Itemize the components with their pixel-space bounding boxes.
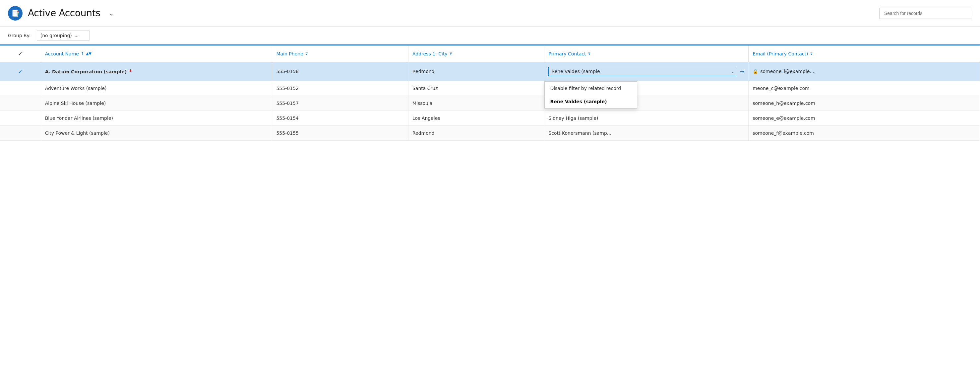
col-city-filter-icon[interactable]: ⊽ xyxy=(450,51,452,56)
group-by-value: (no grouping) xyxy=(40,33,72,38)
col-email-filter-icon[interactable]: ⊽ xyxy=(810,51,813,56)
row-1-required-star: * xyxy=(129,69,132,75)
title-chevron-icon[interactable]: ⌄ xyxy=(108,9,114,17)
contact-arrow-icon-1[interactable]: → xyxy=(740,69,744,75)
table-row[interactable]: Blue Yonder Airlines (sample) 555-0154 L… xyxy=(0,111,980,126)
col-main-phone-filter-icon[interactable]: ⊽ xyxy=(305,51,308,56)
table-row[interactable]: Adventure Works (sample) 555-0152 Santa … xyxy=(0,81,980,96)
col-account-name-sort-icon[interactable]: ↑ xyxy=(81,51,84,56)
row-1-name-text: A. Datum Corporation (sample) xyxy=(45,69,127,74)
contact-input-box-1[interactable]: Rene Valdes (sample ⌄ xyxy=(548,67,737,76)
lock-icon-1: 🔒 xyxy=(752,69,758,74)
col-header-main-phone: Main Phone ⊽ xyxy=(272,45,408,62)
col-account-name-label: Account Name xyxy=(45,51,79,56)
col-email-label: Email (Primary Contact) xyxy=(752,51,808,56)
row-2-account-name[interactable]: Adventure Works (sample) xyxy=(41,81,272,96)
contact-dropdown: Disable filter by related record Rene Va… xyxy=(544,81,637,109)
app-icon: 📑 xyxy=(8,6,22,21)
row-4-phone: 555-0154 xyxy=(272,111,408,126)
table-row[interactable]: City Power & Light (sample) 555-0155 Red… xyxy=(0,126,980,141)
header-left: 📑 Active Accounts ⌄ xyxy=(8,6,114,21)
row-2-city: Santa Cruz xyxy=(408,81,544,96)
row-5-phone: 555-0155 xyxy=(272,126,408,141)
row-2-phone: 555-0152 xyxy=(272,81,408,96)
row-1-phone-text: 555-0158 xyxy=(276,69,298,74)
group-by-chevron-icon: ⌄ xyxy=(75,33,79,38)
col-header-email: Email (Primary Contact) ⊽ xyxy=(749,45,980,62)
row-1-city-text: Redmond xyxy=(412,69,434,74)
row-5-name-text: City Power & Light (sample) xyxy=(45,131,110,136)
email-cell-1: 🔒 someone_i@example.... xyxy=(752,69,976,74)
row-4-city: Los Angeles xyxy=(408,111,544,126)
row-4-email-text: someone_e@example.com xyxy=(752,115,815,121)
row-3-account-name[interactable]: Alpine Ski House (sample) xyxy=(41,96,272,111)
search-input[interactable] xyxy=(879,8,972,19)
row-3-phone-text: 555-0157 xyxy=(276,101,298,106)
row-4-city-text: Los Angeles xyxy=(412,115,440,121)
row-2-phone-text: 555-0152 xyxy=(276,86,298,91)
col-header-city: Address 1: City ⊽ xyxy=(408,45,544,62)
row-1-city: Redmond xyxy=(408,62,544,81)
row-check-1[interactable]: ✓ xyxy=(0,62,41,81)
table-row[interactable]: Alpine Ski House (sample) 555-0157 Misso… xyxy=(0,96,980,111)
row-3-city: Missoula xyxy=(408,96,544,111)
row-1-account-name[interactable]: A. Datum Corporation (sample) * xyxy=(41,62,272,81)
row-3-city-text: Missoula xyxy=(412,101,432,106)
row-5-city: Redmond xyxy=(408,126,544,141)
col-main-phone-label: Main Phone xyxy=(276,51,303,56)
row-4-account-name[interactable]: Blue Yonder Airlines (sample) xyxy=(41,111,272,126)
row-3-email: someone_h@example.com xyxy=(749,96,980,111)
col-primary-contact-label: Primary Contact xyxy=(548,51,586,56)
row-check-3[interactable] xyxy=(0,96,41,111)
col-header-account-name: Account Name ↑ ▲▼ xyxy=(41,45,272,62)
row-3-email-text: someone_h@example.com xyxy=(752,101,815,106)
row-4-name-text: Blue Yonder Airlines (sample) xyxy=(45,115,113,121)
col-primary-contact-filter-icon[interactable]: ⊽ xyxy=(588,51,590,56)
row-5-contact: Scott Konersmann (samp... xyxy=(544,126,749,141)
table-header-row: ✓ Account Name ↑ ▲▼ Main Phone ⊽ xyxy=(0,45,980,62)
row-1-email-text: someone_i@example.... xyxy=(760,69,816,74)
row-2-email: meone_c@example.com xyxy=(749,81,980,96)
row-check-2[interactable] xyxy=(0,81,41,96)
dropdown-item-rene-valdes[interactable]: Rene Valdes (sample) xyxy=(545,95,637,108)
accounts-table: ✓ Account Name ↑ ▲▼ Main Phone ⊽ xyxy=(0,45,980,141)
row-1-checkmark: ✓ xyxy=(18,68,23,75)
col-account-name-filter-icon[interactable]: ▲▼ xyxy=(86,51,92,56)
row-5-city-text: Redmond xyxy=(412,131,434,136)
app-icon-symbol: 📑 xyxy=(11,9,19,17)
row-5-contact-text: Scott Konersmann (samp... xyxy=(548,131,611,136)
row-3-name-text: Alpine Ski House (sample) xyxy=(45,101,106,106)
contact-cell-1[interactable]: Rene Valdes (sample ⌄ → xyxy=(548,67,744,76)
row-5-account-name[interactable]: City Power & Light (sample) xyxy=(41,126,272,141)
dropdown-item-disable-filter[interactable]: Disable filter by related record xyxy=(545,81,637,95)
group-by-label: Group By: xyxy=(8,33,31,38)
row-4-contact: Sidney Higa (sample) xyxy=(544,111,749,126)
select-all-checkbox[interactable]: ✓ xyxy=(18,50,23,57)
table-body: ✓ A. Datum Corporation (sample) * 555-01… xyxy=(0,62,980,141)
row-1-phone: 555-0158 xyxy=(272,62,408,81)
contact-input-text-1: Rene Valdes (sample xyxy=(551,69,730,74)
row-4-phone-text: 555-0154 xyxy=(276,115,298,121)
row-1-email: 🔒 someone_i@example.... xyxy=(749,62,980,81)
row-check-5[interactable] xyxy=(0,126,41,141)
row-2-name-text: Adventure Works (sample) xyxy=(45,86,107,91)
contact-chevron-icon-1[interactable]: ⌄ xyxy=(731,69,734,74)
row-2-city-text: Santa Cruz xyxy=(412,86,438,91)
row-5-email-text: someone_f@example.com xyxy=(752,131,814,136)
row-4-email: someone_e@example.com xyxy=(749,111,980,126)
app-header: 📑 Active Accounts ⌄ xyxy=(0,0,980,27)
col-header-check[interactable]: ✓ xyxy=(0,45,41,62)
col-city-label: Address 1: City xyxy=(412,51,447,56)
row-2-email-text: meone_c@example.com xyxy=(752,86,810,91)
row-4-contact-text: Sidney Higa (sample) xyxy=(548,115,598,121)
col-header-primary-contact: Primary Contact ⊽ xyxy=(544,45,749,62)
row-5-email: someone_f@example.com xyxy=(749,126,980,141)
group-by-select[interactable]: (no grouping) ⌄ xyxy=(37,30,90,40)
row-3-phone: 555-0157 xyxy=(272,96,408,111)
row-5-phone-text: 555-0155 xyxy=(276,131,298,136)
page-title: Active Accounts xyxy=(28,8,100,19)
accounts-table-container: ✓ Account Name ↑ ▲▼ Main Phone ⊽ xyxy=(0,45,980,141)
row-1-contact[interactable]: Rene Valdes (sample ⌄ → Disable filter b… xyxy=(544,62,749,81)
table-row[interactable]: ✓ A. Datum Corporation (sample) * 555-01… xyxy=(0,62,980,81)
row-check-4[interactable] xyxy=(0,111,41,126)
